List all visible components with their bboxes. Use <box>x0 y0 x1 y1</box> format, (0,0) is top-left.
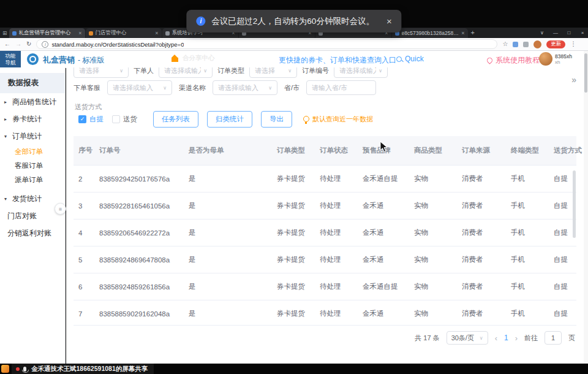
user-avatar[interactable] <box>539 52 552 66</box>
delivery-method-label: 送货方式 <box>75 102 102 112</box>
minimize-button[interactable]: — <box>549 28 562 38</box>
cell-delivery: 自提 <box>549 282 576 291</box>
browser-tab-active[interactable]: 礼盒营销平台管理中心 × <box>9 28 85 38</box>
cell-parent: 是 <box>184 174 272 183</box>
channel-name-filter[interactable]: 请选择或输入 ∨ <box>213 80 277 95</box>
browser-tab[interactable]: 门店管理中心 × <box>86 28 162 38</box>
sidebar-item-order-stats[interactable]: ▾ 订单统计 <box>0 128 65 145</box>
next-page-button[interactable]: › <box>515 334 518 343</box>
function-nav-tab[interactable]: 功能 导航 <box>0 51 21 67</box>
current-page[interactable]: 1 <box>504 334 508 342</box>
cell-product-type-link[interactable]: 实物 <box>409 201 457 210</box>
cell-product-type-link[interactable]: 实物 <box>409 228 457 237</box>
chevron-down-icon: ∨ <box>288 68 292 74</box>
tab-close-icon[interactable]: × <box>78 30 81 36</box>
delivery-checkbox[interactable]: 送货 <box>112 115 137 124</box>
sidebar-item-distribution-rebate[interactable]: 分销返利对账 <box>0 224 65 242</box>
tutorial-link[interactable]: 系统使用教程 <box>487 55 540 66</box>
back-icon[interactable]: ← <box>4 41 10 47</box>
column-header: 是否为母单 <box>184 146 272 155</box>
quick-search-link[interactable]: Quick <box>396 55 424 63</box>
update-button[interactable]: 更新 <box>546 40 565 48</box>
cell-seq: 3 <box>74 202 94 210</box>
column-header: 订单来源 <box>457 146 506 155</box>
cell-status: 待处理 <box>315 201 358 210</box>
tab-close-icon[interactable]: × <box>461 30 464 36</box>
cell-brand: 金禾通 <box>358 228 409 237</box>
forward-icon[interactable]: → <box>15 41 21 47</box>
user-sub-name: xh <box>555 59 572 66</box>
tab-search-icon[interactable]: ∨ <box>535 28 549 38</box>
quick-entry-tip[interactable]: 更快捷的券卡、订单和快递查询入口 <box>279 55 396 66</box>
cell-product-type-link[interactable]: 实物 <box>409 309 457 318</box>
site-info-icon[interactable]: i <box>42 41 48 48</box>
sidebar-item-service-orders[interactable]: 客服订单 <box>0 159 65 173</box>
category-stats-button[interactable]: 归类统计 <box>207 111 252 128</box>
table-row: 6 83858924859261856a 是 券卡提货 待处理 金禾通自提 实物… <box>74 273 576 300</box>
order-number-filter[interactable]: 请选择或输入 ∨ <box>334 67 388 78</box>
province-city-input[interactable]: 请输入省/市 <box>306 80 376 95</box>
cell-parent: 是 <box>184 228 272 237</box>
table-scrollbar-thumb[interactable] <box>573 170 576 238</box>
sidebar-item-dispatch-orders[interactable]: 派单订单 <box>0 173 65 187</box>
share-center-link[interactable]: 合分享中心 <box>172 54 215 63</box>
cell-order-type: 券卡提货 <box>272 282 315 291</box>
brand-title: 礼盒营销 - 标准版 <box>43 55 104 66</box>
sidebar-item-all-orders[interactable]: 全部订单 <box>0 145 65 159</box>
query-hint: 默认查询近一年数据 <box>303 115 373 124</box>
user-info: 8385xh xh <box>555 53 572 66</box>
cell-product-type-link[interactable]: 实物 <box>409 282 457 291</box>
cell-order-no: 83858859029162048a <box>94 310 184 318</box>
sidebar-item-card-stats[interactable]: ▸ 券卡统计 <box>0 110 65 128</box>
tab-close-icon[interactable]: × <box>155 30 158 36</box>
extension-icon[interactable] <box>513 42 518 47</box>
new-tab-button[interactable]: + <box>471 29 475 36</box>
address-bar[interactable]: i standard.maboy.cn/OrderStatisticsDetai… <box>36 39 497 49</box>
cell-order-type: 券卡提货 <box>272 228 315 237</box>
orderer-filter[interactable]: 请选择或输入 ∨ <box>159 67 213 78</box>
browser-menu-icon[interactable]: ⋮ <box>570 41 576 47</box>
column-header: 商品类型 <box>409 146 457 155</box>
function-nav-line2: 导航 <box>0 59 21 66</box>
cell-product-type-link[interactable]: 实物 <box>409 174 457 183</box>
sidebar-collapse-handle[interactable]: ≡ <box>55 203 66 215</box>
order-type-filter[interactable]: 请选择 ∨ <box>249 67 297 78</box>
reload-icon[interactable]: ↻ <box>26 41 31 47</box>
page-scrollbar-thumb[interactable] <box>584 53 587 93</box>
user-name: 8385xh <box>555 53 572 59</box>
prev-page-button[interactable]: ‹ <box>495 334 497 343</box>
cell-parent: 是 <box>184 201 272 210</box>
table-body: 2 83859294250176576a 是 券卡提货 待处理 金禾通自提 实物… <box>74 166 576 326</box>
cell-order-type: 券卡提货 <box>272 309 315 318</box>
browser-tab[interactable]: e8c573980b1328a258fd2e6 × <box>392 28 468 38</box>
cell-terminal: 手机 <box>506 282 549 291</box>
export-button[interactable]: 导出 <box>261 111 292 128</box>
filter-label: 下单客服 <box>74 83 100 93</box>
cell-product-type-link[interactable]: 实物 <box>409 255 457 264</box>
page-size-select[interactable]: 30条/页 ∨ <box>447 331 488 345</box>
filter-row-1: 请选择 ∨ 下单人 请选择或输入 ∨ 订单类型 请选择 ∨ 订单编号 请选择或输… <box>74 67 388 78</box>
taskbar-app-icon[interactable] <box>1 365 9 373</box>
filter-select-1[interactable]: 请选择 ∨ <box>74 67 129 78</box>
ordering-agent-filter[interactable]: 请选择或输入 ∨ <box>107 80 172 95</box>
browser-profile-avatar[interactable] <box>533 40 541 48</box>
page-scrollbar[interactable] <box>584 51 588 364</box>
maximize-button[interactable]: □ <box>562 28 576 38</box>
cell-order-no: 83858924859261856a <box>94 283 184 291</box>
task-list-button[interactable]: 任务列表 <box>153 111 198 128</box>
toast-close-icon[interactable]: × <box>386 16 392 26</box>
goto-page-input[interactable] <box>545 331 562 345</box>
bookmark-star-icon[interactable]: ☆ <box>502 41 508 47</box>
chevron-down-icon: ∨ <box>379 68 382 74</box>
sidebar: 数据报表 ▸ 商品销售统计 ▸ 券卡统计 ▾ 订单统计 全部订单 客服订单 派单… <box>0 67 66 364</box>
sidebar-item-product-sales-stats[interactable]: ▸ 商品销售统计 <box>0 93 65 110</box>
cell-brand: 金禾通自提 <box>358 282 409 291</box>
cell-source: 消费者 <box>457 309 506 318</box>
extension-icon[interactable] <box>523 42 529 47</box>
tab-label: 门店管理中心 <box>96 29 153 37</box>
close-button[interactable]: × <box>576 28 588 38</box>
pickup-checkbox[interactable]: ✓ 自提 <box>78 115 104 124</box>
column-header: 终端类型 <box>506 146 549 155</box>
tab-strip-apps-icon[interactable]: ⊞ <box>2 30 7 36</box>
filter-collapse-icon[interactable]: » <box>571 75 576 85</box>
